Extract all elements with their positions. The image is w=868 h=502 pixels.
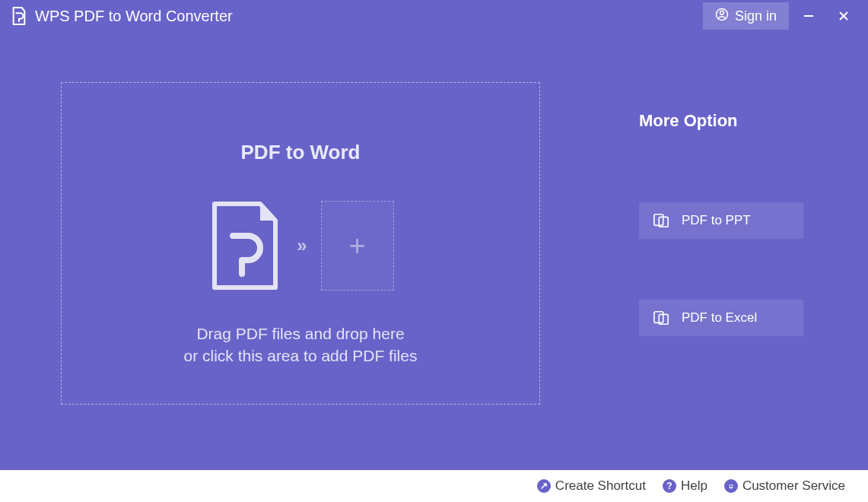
pdf-to-excel-icon	[653, 310, 669, 326]
dropzone-title: PDF to Word	[241, 141, 361, 164]
app-window: WPS PDF to Word Converter Sign in	[0, 0, 868, 502]
add-file-placeholder[interactable]: +	[321, 201, 394, 291]
main-area: PDF to Word » + Drag PDF files and drop …	[0, 32, 868, 470]
pdf-to-ppt-icon	[653, 212, 669, 229]
pdf-to-ppt-button[interactable]: PDF to PPT	[639, 202, 803, 239]
minimize-button[interactable]	[793, 2, 824, 30]
svg-point-1	[720, 11, 724, 14]
dropzone-icon-row: » +	[207, 201, 393, 291]
footer-label: Create Shortcut	[555, 478, 646, 494]
help-link[interactable]: ? Help	[663, 478, 707, 494]
dropzone-instructions: Drag PDF files and drop here or click th…	[184, 322, 418, 367]
pdf-file-icon	[207, 201, 283, 291]
signin-label: Sign in	[735, 8, 777, 24]
customer-service-link[interactable]: Customer Service	[724, 478, 845, 494]
titlebar: WPS PDF to Word Converter Sign in	[0, 0, 868, 32]
svg-point-10	[731, 485, 733, 486]
footer: Create Shortcut ? Help Customer Service	[0, 470, 868, 502]
instruction-line: or click this area to add PDF files	[184, 345, 418, 367]
option-label: PDF to PPT	[682, 213, 751, 228]
plus-icon: +	[349, 230, 366, 262]
svg-point-9	[729, 485, 730, 486]
option-label: PDF to Excel	[682, 310, 757, 326]
pdf-to-excel-button[interactable]: PDF to Excel	[639, 300, 803, 336]
instruction-line: Drag PDF files and drop here	[184, 322, 418, 345]
close-button[interactable]	[828, 2, 859, 30]
app-title: WPS PDF to Word Converter	[35, 8, 233, 25]
shortcut-icon	[537, 479, 551, 493]
customer-service-icon	[724, 479, 738, 493]
arrow-right-icon: »	[297, 235, 307, 256]
create-shortcut-link[interactable]: Create Shortcut	[537, 478, 646, 494]
app-logo-icon	[11, 6, 27, 26]
footer-label: Help	[681, 478, 707, 494]
user-icon	[715, 8, 729, 25]
help-icon: ?	[663, 479, 676, 493]
more-options-heading: More Option	[639, 111, 807, 131]
footer-label: Customer Service	[742, 478, 845, 494]
signin-button[interactable]: Sign in	[703, 2, 789, 30]
dropzone[interactable]: PDF to Word » + Drag PDF files and drop …	[61, 82, 540, 405]
more-options-panel: More Option PDF to PPT PDF to	[639, 82, 807, 427]
